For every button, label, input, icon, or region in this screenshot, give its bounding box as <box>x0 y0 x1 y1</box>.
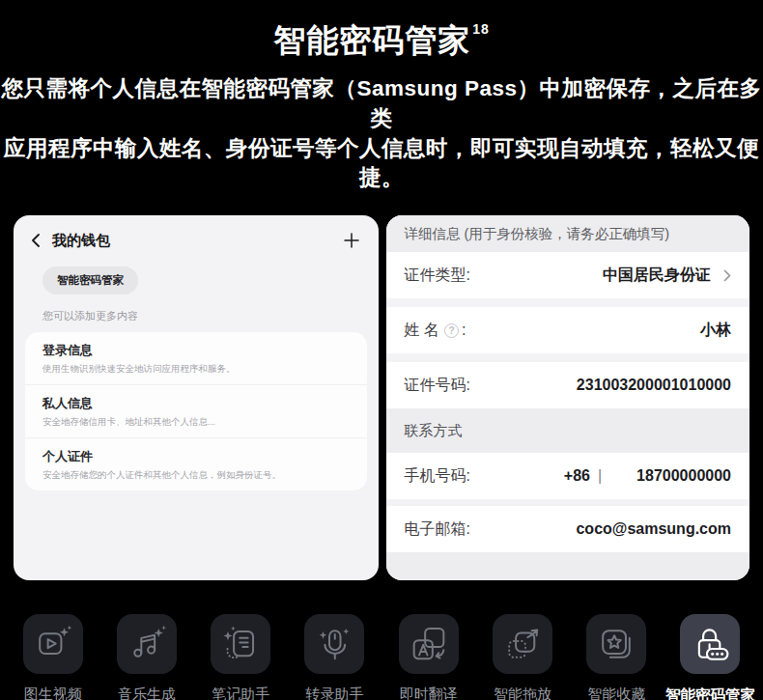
wallet-title: 我的钱包 <box>52 232 342 250</box>
wallet-item-id-cards[interactable]: 个人证件 安全地存储您的个人证件和其他个人信息，例如身份证号。 <box>25 437 367 490</box>
row-separator <box>386 298 750 307</box>
wallet-item-subtitle: 安全地存储您的个人证件和其他个人信息，例如身份证号。 <box>42 469 350 482</box>
detail-footer-band <box>386 552 750 580</box>
cert-type-label: 证件类型: <box>405 266 470 286</box>
email-label: 电子邮箱: <box>405 519 470 540</box>
phone-number: 18700000000 <box>636 467 731 485</box>
smart-collect-icon <box>586 614 646 674</box>
hero-section: 智能密码管家18 您只需将个人信息在智能密码管家（Samsung Pass）中加… <box>0 0 763 193</box>
music-generate-icon <box>117 614 177 674</box>
wallet-item-title: 私人信息 <box>42 395 350 412</box>
feature-transcript-assist[interactable]: 转录助手 <box>288 614 382 700</box>
screenshot-panels: 我的钱包 智能密码管家 您可以添加更多内容 登录信息 使用生物识别快速安全地访问… <box>0 215 763 580</box>
feature-label: 即时翻译 <box>400 686 458 700</box>
note-assist-icon <box>211 614 270 674</box>
transcript-assist-icon <box>304 614 364 674</box>
name-label: 姓 名 ? : <box>405 321 466 341</box>
back-icon[interactable] <box>27 231 44 250</box>
row-separator <box>386 353 750 362</box>
detail-header: 详细信息 (用于身份核验，请务必正确填写) <box>386 215 750 252</box>
smart-drag-icon <box>493 614 552 674</box>
feature-label: 智能拖放 <box>494 686 551 700</box>
instant-translate-icon <box>399 614 459 674</box>
feature-label: 转录助手 <box>305 686 363 700</box>
wallet-item-subtitle: 使用生物识别快速安全地访问应用程序和服务。 <box>42 363 350 376</box>
wallet-caption: 您可以添加更多内容 <box>42 309 379 323</box>
help-icon[interactable]: ? <box>444 323 459 338</box>
cert-type-row[interactable]: 证件类型: 中国居民身份证 <box>386 252 750 298</box>
add-icon[interactable] <box>342 231 361 250</box>
cert-number-row: 证件号码: 231003200001010000 <box>386 362 750 408</box>
samsung-pass-feature-page: 智能密码管家18 您只需将个人信息在智能密码管家（Samsung Pass）中加… <box>0 0 763 700</box>
email-value: coco@samsung.com <box>576 520 731 538</box>
phone-divider: | <box>598 467 602 485</box>
detail-form-panel: 详细信息 (用于身份核验，请务必正确填写) 证件类型: 中国居民身份证 姓 名 … <box>386 215 750 580</box>
feature-label: 图生视频 <box>24 686 82 700</box>
feature-music-generate[interactable]: 音乐生成 <box>99 614 193 700</box>
phone-label: 手机号码: <box>405 466 470 487</box>
contact-section-header: 联系方式 <box>386 408 750 453</box>
feature-instant-translate[interactable]: 即时翻译 <box>382 614 475 700</box>
feature-password-manager[interactable]: 智能密码管家 <box>664 614 757 700</box>
wallet-screenshot-panel: 我的钱包 智能密码管家 您可以添加更多内容 登录信息 使用生物识别快速安全地访问… <box>14 215 379 580</box>
feature-label: 笔记助手 <box>212 686 269 700</box>
cert-number-value: 231003200001010000 <box>577 377 731 394</box>
email-row: 电子邮箱: coco@samsung.com <box>386 506 750 552</box>
password-manager-icon <box>680 614 740 674</box>
wallet-item-login[interactable]: 登录信息 使用生物识别快速安全地访问应用程序和服务。 <box>25 332 367 384</box>
chevron-right-icon <box>723 269 731 282</box>
page-description: 您只需将个人信息在智能密码管家（Samsung Pass）中加密保存，之后在多类… <box>0 74 763 193</box>
feature-smart-drag[interactable]: 智能拖放 <box>475 614 569 700</box>
wallet-card: 登录信息 使用生物识别快速安全地访问应用程序和服务。 私人信息 安全地存储信用卡… <box>25 332 367 490</box>
feature-label: 音乐生成 <box>118 686 176 700</box>
description-line-2: 应用程序中输入姓名、身份证号等个人信息时，即可实现自动填充，轻松又便捷。 <box>0 134 763 194</box>
password-manager-chip[interactable]: 智能密码管家 <box>42 266 138 294</box>
row-separator <box>386 499 750 506</box>
wallet-item-private[interactable]: 私人信息 安全地存储信用卡、地址和其他个人信息... <box>25 384 367 437</box>
wallet-item-subtitle: 安全地存储信用卡、地址和其他个人信息... <box>42 416 350 429</box>
cert-type-value: 中国居民身份证 <box>603 266 731 286</box>
wallet-item-title: 登录信息 <box>42 342 350 359</box>
feature-label: 智能收藏 <box>587 686 645 700</box>
phone-value: +86 | 18700000000 <box>564 467 731 485</box>
name-value: 小林 <box>700 321 731 341</box>
wallet-header: 我的钱包 <box>14 215 379 250</box>
feature-bar: 图生视频 音乐生成 <box>0 614 763 700</box>
video-generate-icon <box>23 614 83 674</box>
footnote-marker: 18 <box>472 21 490 37</box>
country-code: +86 <box>564 467 590 485</box>
feature-note-assist[interactable]: 笔记助手 <box>194 614 288 700</box>
description-line-1: 您只需将个人信息在智能密码管家（Samsung Pass）中加密保存，之后在多类 <box>0 74 763 134</box>
cert-number-label: 证件号码: <box>405 376 470 396</box>
feature-video-generate[interactable]: 图生视频 <box>6 614 99 700</box>
phone-row: 手机号码: +86 | 18700000000 <box>386 453 750 499</box>
page-title: 智能密码管家18 <box>273 19 490 63</box>
wallet-item-title: 个人证件 <box>42 448 350 465</box>
feature-label: 智能密码管家 <box>665 686 755 700</box>
name-row: 姓 名 ? : 小林 <box>386 307 750 353</box>
feature-smart-collect[interactable]: 智能收藏 <box>570 614 664 700</box>
